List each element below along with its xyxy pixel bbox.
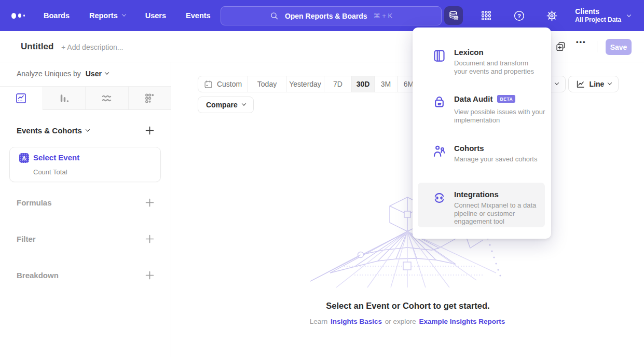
count-total-label[interactable]: Count Total: [33, 168, 67, 176]
global-search-input[interactable]: Open Reports & Boards ⌘ + K: [221, 6, 442, 25]
add-breakdown-button[interactable]: [145, 271, 154, 280]
question-circle-icon: ?: [513, 10, 525, 22]
chevron-down-icon: [241, 101, 245, 105]
divider: [597, 41, 597, 52]
daterange-7d[interactable]: 7D: [324, 76, 351, 92]
nav-reports[interactable]: Reports: [89, 11, 126, 20]
analyze-label: Analyze Uniques by: [17, 70, 81, 78]
tab-bar-chart[interactable]: [43, 87, 86, 110]
analyze-uniques-row: Analyze Uniques by User: [17, 70, 108, 78]
report-title[interactable]: Untitled: [21, 42, 53, 52]
date-range-control: Custom Today Yesterday 7D 30D 3M 6M: [198, 76, 420, 92]
cohorts-title: Cohorts: [454, 144, 484, 153]
mixpanel-insights-app: Boards Reports Users Events Open Reports…: [0, 0, 644, 357]
lexicon-book-icon: [432, 49, 446, 63]
nav-events[interactable]: Events: [186, 11, 211, 20]
apps-grid-button[interactable]: [477, 6, 496, 25]
select-event-label[interactable]: Select Event: [33, 153, 79, 162]
menu-item-integrations[interactable]: Integrations Connect Mixpanel to a data …: [413, 190, 551, 226]
nav-users[interactable]: Users: [145, 11, 166, 20]
plus-icon: [145, 235, 154, 243]
nav-boards[interactable]: Boards: [44, 11, 70, 20]
formulas-label: Formulas: [17, 198, 52, 207]
search-icon: [270, 11, 279, 20]
breakdown-section: Breakdown: [17, 271, 154, 280]
daterange-today[interactable]: Today: [248, 76, 286, 92]
menu-item-data-audit[interactable]: Data Audit BETA View possible issues wit…: [413, 94, 551, 124]
line-style-icon: [576, 79, 585, 89]
data-audit-icon: [432, 95, 446, 109]
project-scope: All Project Data: [575, 16, 621, 24]
event-row-card[interactable]: A Select Event Count Total: [9, 147, 161, 182]
menu-item-lexicon[interactable]: Lexicon Document and transform your even…: [413, 48, 551, 75]
chevron-down-icon: [105, 70, 109, 74]
data-audit-description: View possible issues with your implement…: [454, 108, 544, 124]
project-switcher[interactable]: Clients All Project Data: [575, 7, 631, 24]
nav-reports-label: Reports: [89, 11, 118, 20]
query-builder-sidebar: Analyze Uniques by User: [0, 62, 171, 357]
formulas-section: Formulas: [17, 198, 154, 207]
analyze-value: User: [86, 70, 102, 78]
search-placeholder: Open Reports & Boards: [285, 12, 367, 20]
add-description-field[interactable]: + Add description...: [61, 43, 123, 51]
primary-nav: Boards Reports Users Events: [44, 11, 211, 20]
daterange-3m[interactable]: 3M: [374, 76, 397, 92]
chart-style-label: Line: [590, 80, 605, 88]
help-button[interactable]: ?: [510, 6, 528, 25]
settings-button[interactable]: [542, 6, 561, 25]
mixpanel-logo-icon[interactable]: [11, 13, 25, 19]
chart-style-dropdown[interactable]: Line: [568, 76, 619, 92]
example-reports-link[interactable]: Example Insights Reports: [418, 318, 506, 325]
cohorts-description: Manage your saved cohorts: [454, 155, 544, 163]
bar-chart-icon: [58, 92, 70, 104]
plus-icon: [145, 198, 154, 207]
daterange-30d-label: 30D: [357, 80, 370, 88]
beta-badge: BETA: [497, 95, 515, 103]
nav-users-label: Users: [145, 11, 166, 20]
lexicon-description: Document and transform your events and p…: [454, 59, 544, 75]
line-chart-icon: [15, 92, 27, 104]
add-formula-button[interactable]: [145, 198, 154, 207]
analyze-value-dropdown[interactable]: User: [86, 70, 108, 78]
daterange-3m-label: 3M: [381, 80, 391, 88]
daterange-yesterday[interactable]: Yesterday: [286, 76, 324, 92]
tab-line-chart[interactable]: [0, 87, 43, 110]
cohorts-people-icon: [432, 145, 446, 159]
chevron-down-icon: [608, 80, 612, 85]
nav-events-label: Events: [186, 11, 211, 20]
menu-item-cohorts[interactable]: Cohorts Manage your saved cohorts: [413, 144, 551, 163]
dot-grid-icon: [144, 92, 156, 104]
events-cohorts-header: Events & Cohorts: [17, 126, 154, 135]
integrations-title: Integrations: [454, 190, 499, 199]
data-management-menu: Lexicon Document and transform your even…: [413, 28, 551, 239]
daterange-today-label: Today: [257, 80, 277, 88]
plus-icon: [145, 126, 154, 135]
chevron-down-icon: [86, 127, 90, 131]
data-management-button[interactable]: [444, 6, 463, 25]
search-shortcut: ⌘ + K: [374, 12, 393, 20]
empty-state-subline: Learn Insights Basics or explore Example…: [172, 318, 644, 325]
empty-state-headline: Select an Event or Cohort to get started…: [172, 301, 644, 311]
insights-basics-link[interactable]: Insights Basics: [330, 318, 383, 325]
add-filter-button[interactable]: [145, 235, 154, 243]
breakdown-label: Breakdown: [17, 271, 59, 280]
flow-icon: [101, 92, 113, 104]
chevron-down-icon: [627, 12, 631, 17]
duplicate-report-button[interactable]: [555, 41, 566, 52]
or-explore-text: or explore: [385, 318, 416, 325]
tab-flow-chart[interactable]: [85, 87, 128, 110]
add-event-button[interactable]: [145, 126, 154, 135]
filter-section: Filter: [17, 235, 154, 243]
save-button[interactable]: Save: [606, 39, 632, 55]
nav-boards-label: Boards: [44, 11, 70, 20]
copy-plus-icon: [555, 41, 566, 52]
compare-button[interactable]: Compare: [198, 97, 254, 113]
svg-text:?: ?: [517, 12, 521, 19]
more-options-button[interactable]: •••: [576, 38, 586, 46]
plus-icon: [145, 271, 154, 280]
daterange-30d[interactable]: 30D: [351, 76, 374, 92]
grid-dots-icon: [481, 10, 492, 21]
daterange-custom[interactable]: Custom: [198, 76, 248, 92]
events-cohorts-dropdown[interactable]: Events & Cohorts: [17, 126, 89, 135]
tab-metric-grid[interactable]: [128, 87, 171, 110]
